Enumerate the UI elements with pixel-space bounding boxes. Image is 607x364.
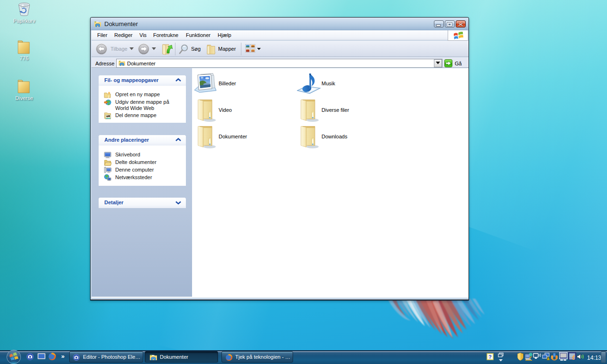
svg-text:?: ? — [488, 354, 492, 360]
svg-text:!: ! — [548, 357, 549, 360]
